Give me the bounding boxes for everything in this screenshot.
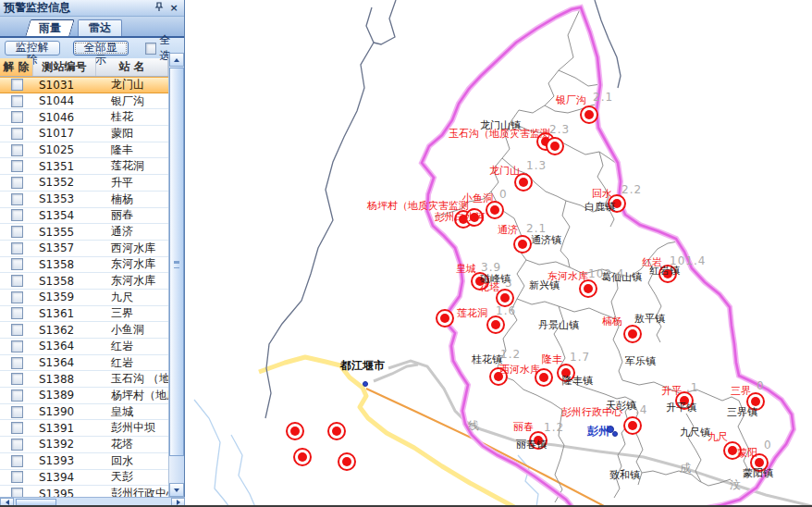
release-checkbox[interactable] [11, 390, 23, 402]
table-row[interactable]: S1390皇城 [0, 404, 168, 421]
station-name-cell: 玉石沟 （地.. [96, 371, 168, 387]
station-name-cell: 红岩 [96, 339, 168, 354]
table-row[interactable]: S1352升平 [0, 175, 168, 192]
station-name-cell: 蒙阳 [96, 126, 168, 142]
station-label: 银厂沟 [556, 95, 586, 105]
map-view[interactable]: 龙门山镇白鹿镇通济镇磁峰镇新兴镇葛仙山镇红岩镇丹景山镇敖平镇军乐镇桂花镇隆丰镇天… [185, 0, 812, 507]
table-row[interactable]: S1025隆丰 [0, 142, 168, 159]
town-label: 丹景山镇 [538, 320, 579, 330]
table-row[interactable]: S1391彭州中坝 [0, 420, 168, 437]
station-value: 1.7 [570, 352, 590, 363]
city-dot [363, 381, 368, 387]
column-header-station-id[interactable]: 测站编号 [33, 58, 96, 76]
station-warning-marker[interactable] [293, 448, 312, 466]
table-row[interactable]: S1393回水 [0, 453, 168, 470]
release-checkbox[interactable] [11, 209, 23, 221]
release-checkbox[interactable] [11, 307, 23, 319]
station-name-cell: 隆丰 [96, 142, 168, 158]
table-row[interactable]: S1362小鱼洞 [0, 322, 168, 339]
table-row[interactable]: S1044银厂沟 [0, 93, 168, 110]
station-id-cell: S1046 [33, 111, 96, 124]
release-checkbox[interactable] [11, 406, 23, 418]
station-label: 彭州行政中心 [561, 407, 622, 417]
station-warning-marker[interactable] [286, 422, 304, 440]
tab-rainfall[interactable]: 雨量 [25, 19, 75, 36]
station-warning-marker[interactable] [623, 325, 642, 343]
station-warning-marker[interactable] [486, 315, 505, 334]
pin-icon[interactable] [153, 2, 166, 14]
station-value: 0 [764, 439, 772, 451]
station-warning-marker[interactable] [513, 235, 532, 254]
station-warning-marker[interactable] [623, 416, 642, 435]
release-checkbox[interactable] [11, 177, 23, 189]
table-row[interactable]: S1354丽春 [0, 208, 168, 225]
scroll-down-button[interactable] [169, 483, 184, 497]
table-row[interactable]: S1364红岩 [0, 355, 168, 372]
table-row[interactable]: S1031龙门山 [0, 77, 168, 93]
release-checkbox[interactable] [11, 471, 23, 483]
station-id-cell: S1361 [33, 307, 96, 320]
release-checkbox[interactable] [11, 258, 23, 270]
release-checkbox[interactable] [11, 340, 23, 352]
town-label: 三界镇 [727, 407, 757, 417]
table-row[interactable]: S1046桂花 [0, 109, 168, 126]
release-checkbox[interactable] [11, 193, 23, 205]
station-warning-marker[interactable] [580, 105, 598, 124]
table-row[interactable]: S1388玉石沟 （地.. [0, 371, 168, 388]
release-checkbox[interactable] [11, 128, 23, 140]
table-row[interactable]: S1358东河水库 [0, 273, 168, 290]
station-name-cell: 红岩 [96, 355, 168, 371]
table-row[interactable]: S1353楠杨 [0, 192, 168, 208]
scroll-up-button[interactable] [169, 53, 184, 67]
release-checkbox[interactable] [11, 160, 23, 172]
release-checkbox[interactable] [11, 242, 23, 254]
release-checkbox[interactable] [11, 275, 23, 287]
release-checkbox[interactable] [11, 455, 23, 467]
tab-radar[interactable]: 雷达 [78, 19, 122, 36]
monitor-release-button[interactable]: 监控解除 [5, 41, 60, 56]
station-name-cell: 回水 [96, 453, 168, 469]
release-checkbox[interactable] [11, 439, 23, 451]
show-all-button[interactable]: 全部显示 [73, 41, 129, 56]
table-row[interactable]: S1351莲花洞 [0, 158, 168, 175]
table-row[interactable]: S1359九尺 [0, 290, 168, 306]
station-id-cell: S1353 [33, 192, 96, 205]
station-warning-marker[interactable] [436, 309, 454, 328]
select-all-checkbox[interactable] [145, 43, 156, 55]
table-row[interactable]: S1355通济 [0, 224, 168, 241]
station-name-cell: 西河水库 [96, 241, 168, 256]
station-warning-marker[interactable] [546, 137, 564, 155]
table-row[interactable]: S1394天彭 [0, 470, 168, 487]
release-checkbox[interactable] [11, 324, 23, 336]
release-checkbox[interactable] [11, 95, 23, 107]
table-row[interactable]: S1361三界 [0, 306, 168, 323]
release-checkbox[interactable] [11, 79, 23, 91]
release-checkbox[interactable] [11, 357, 23, 369]
station-warning-marker[interactable] [338, 452, 356, 471]
table-row[interactable]: S1392花塔 [0, 437, 168, 453]
vertical-scroll-thumb[interactable] [169, 68, 184, 456]
column-header-station-name[interactable]: 站 名 [96, 58, 168, 76]
release-checkbox[interactable] [11, 144, 23, 156]
station-id-cell: S1352 [33, 176, 96, 189]
station-id-cell: S1351 [33, 160, 96, 173]
table-row[interactable]: S1358东河水库 [0, 257, 168, 274]
table-row[interactable]: S1357西河水库 [0, 241, 168, 257]
release-checkbox[interactable] [11, 226, 23, 238]
release-checkbox[interactable] [11, 422, 23, 434]
station-warning-marker[interactable] [327, 422, 346, 440]
table-row[interactable]: S1389杨坪村（地质.. [0, 388, 168, 404]
town-label: 九尺镇 [680, 427, 710, 438]
station-name-cell: 桂花 [96, 109, 168, 125]
release-checkbox[interactable] [11, 111, 23, 123]
vertical-scrollbar[interactable] [168, 53, 184, 497]
release-checkbox[interactable] [11, 291, 23, 303]
release-checkbox[interactable] [11, 373, 23, 385]
close-icon[interactable]: × [167, 2, 180, 14]
column-header-release[interactable]: 解 除 [0, 58, 33, 76]
station-label: 龙门山 [489, 166, 520, 176]
table-header: 解 除 测站编号 站 名 [0, 58, 168, 77]
table-row[interactable]: S1017蒙阳 [0, 126, 168, 142]
station-warning-marker[interactable] [579, 279, 597, 298]
table-row[interactable]: S1364红岩 [0, 339, 168, 355]
